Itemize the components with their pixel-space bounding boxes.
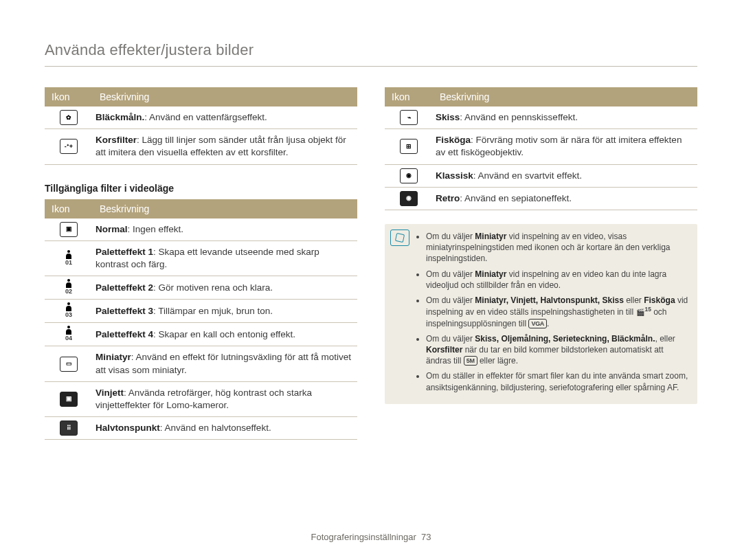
left-column: Ikon Beskrivning ✿ Bläckmåln.: Använd en… [45,87,357,440]
fisheye-icon: ⊞ [400,139,418,154]
footer-page: 73 [421,532,431,542]
table-video-filters: Ikon Beskrivning ▣ Normal: Ingen effekt.… [45,199,357,440]
palette3-icon: 03 [60,304,77,320]
th-beskrivning: Beskrivning [93,87,357,107]
miniature-icon: ▭ [60,357,78,372]
page-root: Använda effekter/justera bilder Ikon Bes… [0,0,742,560]
table-row: ⠿ Halvtonspunkt: Använd en halvtonseffek… [45,417,357,440]
columns: Ikon Beskrivning ✿ Bläckmåln.: Använd en… [45,87,697,440]
retro-icon: ◉ [400,191,418,206]
list-item: Om du väljer Miniatyr vid inspelning av … [426,269,689,291]
table-photo-filters-continued: Ikon Beskrivning ✿ Bläckmåln.: Använd en… [45,87,357,165]
list-item: Om du ställer in effekter för smart file… [426,370,689,392]
table-row: 02 Paletteffekt 2: Gör motiven rena och … [45,276,357,300]
list-item: Om du väljer Miniatyr, Vinjett, Halvtons… [426,295,689,329]
fps-badge: 15 [636,306,651,317]
table-video-filters-continued: Ikon Beskrivning ⌁ Skiss: Använd en penn… [385,87,697,210]
table-row: ◉ Klassisk: Använd en svartvit effekt. [385,164,697,187]
halftone-icon: ⠿ [60,421,78,436]
th-beskrivning: Beskrivning [93,199,357,219]
page-title: Använda effekter/justera bilder [45,41,697,59]
5m-badge: 5M [464,356,477,366]
th-beskrivning: Beskrivning [433,87,697,107]
table-row: -ᐩ+ Korsfilter: Lägg till linjer som sän… [45,129,357,164]
footer-section: Fotograferingsinställningar [311,532,416,542]
normal-icon: ▣ [60,222,78,237]
note-box: Om du väljer Miniatyr vid inspelning av … [385,224,697,404]
footer: Fotograferingsinställningar 73 [0,532,742,542]
ink-icon: ✿ [60,110,78,125]
table-row: ▣ Normal: Ingen effekt. [45,219,357,241]
palette1-icon: 01 [60,252,77,267]
table-row: 01 Paletteffekt 1: Skapa ett levande uts… [45,240,357,276]
table-row: 04 Paletteffekt 4: Skapar en kall och en… [45,323,357,346]
table-row: ◉ Retro: Använd en sepiatoneffekt. [385,187,697,210]
vignette-icon: ▣ [60,392,78,407]
table-row: ⊞ Fisköga: Förvräng motiv som är nära fö… [385,129,697,164]
th-ikon: Ikon [385,87,433,107]
note-icon [390,229,409,246]
cross-filter-icon: -ᐩ+ [60,139,78,154]
section-subtitle: Tillgängliga filter i videoläge [45,183,357,194]
table-row: 03 Paletteffekt 3: Tillämpar en mjuk, br… [45,300,357,323]
vga-badge: VGA [528,319,547,328]
palette2-icon: 02 [60,281,77,296]
th-ikon: Ikon [45,87,93,107]
palette4-icon: 04 [60,328,77,343]
th-ikon: Ikon [45,199,93,219]
list-item: Om du väljer Miniatyr vid inspelning av … [426,231,689,265]
list-item: Om du väljer Skiss, Oljemålning, Seriete… [426,333,689,367]
classic-icon: ◉ [400,168,418,183]
right-column: Ikon Beskrivning ⌁ Skiss: Använd en penn… [385,87,697,440]
title-divider [45,66,697,67]
table-row: ▭ Miniatyr: Använd en effekt för lutning… [45,346,357,381]
table-row: ▣ Vinjett: Använda retrofärger, hög kont… [45,381,357,416]
table-row: ✿ Bläckmåln.: Använd en vattenfärgseffek… [45,107,357,129]
sketch-icon: ⌁ [400,110,418,125]
table-row: ⌁ Skiss: Använd en pennskisseffekt. [385,107,697,129]
